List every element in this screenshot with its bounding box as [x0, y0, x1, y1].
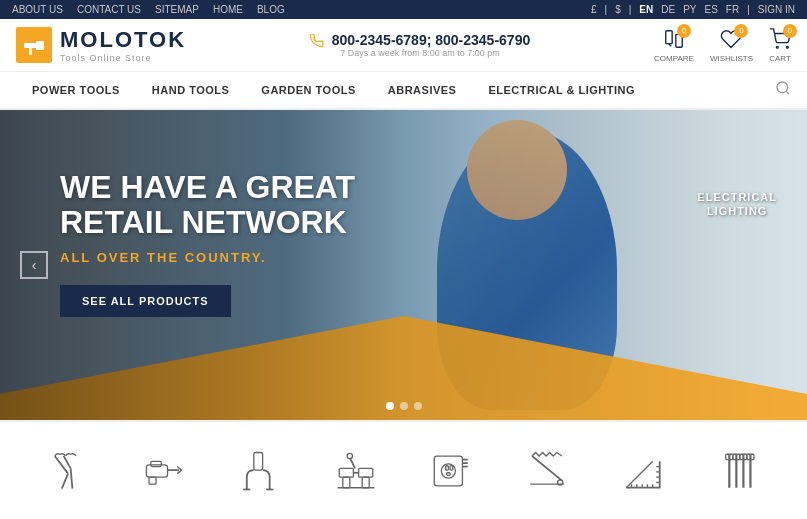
category-plumbing[interactable] — [212, 449, 308, 493]
nav-electrical[interactable]: ELECTRICAL & LIGHTING — [472, 72, 651, 108]
slider-dot-3[interactable] — [414, 402, 422, 410]
svg-rect-33 — [447, 473, 451, 476]
site-name: MOLOTOK — [60, 27, 186, 53]
contact-us-link[interactable]: CONTACT US — [77, 4, 141, 15]
hero-title: WE HAVE A GREAT RETAIL NETWORK — [60, 170, 355, 240]
svg-point-6 — [786, 46, 788, 48]
compare-label: COMPARE — [654, 54, 694, 63]
svg-rect-29 — [435, 456, 463, 486]
header-icons: 0 COMPARE 0 WISHLISTS 0 CART — [654, 28, 791, 63]
currency-dollar[interactable]: $ — [615, 4, 621, 15]
category-drill[interactable] — [116, 449, 212, 493]
hero-slider: WE HAVE A GREAT RETAIL NETWORK ALL OVER … — [0, 110, 807, 420]
svg-rect-13 — [151, 461, 162, 466]
lang-fr[interactable]: FR — [726, 4, 739, 15]
cart-label: CART — [769, 54, 791, 63]
svg-point-5 — [776, 46, 778, 48]
vise-icon — [334, 449, 378, 493]
svg-line-11 — [71, 468, 73, 488]
pipe-icon — [238, 449, 282, 493]
top-bar: ABOUT US CONTACT US SITEMAP HOME BLOG £ … — [0, 0, 807, 19]
see-all-products-button[interactable]: SEE ALL PRODUCTS — [60, 285, 231, 317]
lang-es[interactable]: ES — [704, 4, 717, 15]
hammer-logo-icon — [22, 33, 46, 57]
nav-items: POWER TOOLS HAND TOOLS GARDEN TOOLS ABRA… — [16, 72, 651, 108]
drill-icon — [142, 449, 186, 493]
phone-hours: 7 Days a week from 8:00 am to 7:00 pm — [310, 48, 530, 58]
site-tagline: Tools Online Store — [60, 53, 186, 63]
svg-line-37 — [532, 456, 562, 481]
main-navigation: POWER TOOLS HAND TOOLS GARDEN TOOLS ABRA… — [0, 72, 807, 110]
cart-badge: 0 — [783, 24, 797, 38]
svg-rect-24 — [342, 477, 349, 488]
svg-rect-25 — [362, 477, 369, 488]
slider-dot-2[interactable] — [400, 402, 408, 410]
svg-rect-0 — [24, 43, 38, 48]
square-ruler-icon — [621, 449, 665, 493]
svg-rect-2 — [29, 48, 32, 55]
category-cutting[interactable] — [499, 449, 595, 493]
category-text-line1: ELECTRICAL — [697, 190, 777, 204]
svg-line-9 — [64, 456, 71, 468]
category-electrical[interactable] — [404, 449, 500, 493]
svg-rect-32 — [451, 466, 454, 470]
blog-link[interactable]: BLOG — [257, 4, 285, 15]
logo-text: MOLOTOK Tools Online Store — [60, 27, 186, 63]
category-icons-row — [0, 420, 807, 519]
category-bench-tools[interactable] — [308, 449, 404, 493]
svg-rect-21 — [339, 468, 353, 477]
slider-prev-button[interactable]: ‹ — [20, 251, 48, 279]
top-bar-right: £ | $ | EN DE PY ES FR | SIGN IN — [591, 4, 795, 15]
svg-rect-31 — [446, 466, 449, 470]
phone-area: 800-2345-6789; 800-2345-6790 7 Days a we… — [310, 32, 530, 58]
hero-subtitle: ALL OVER THE COUNTRY. — [60, 250, 355, 265]
category-overlay: ELECTRICAL LightInG — [697, 190, 777, 219]
slider-dots — [386, 402, 422, 410]
home-link[interactable]: HOME — [213, 4, 243, 15]
compare-icon-item[interactable]: 0 COMPARE — [654, 28, 694, 63]
lang-py[interactable]: PY — [683, 4, 696, 15]
logo-area[interactable]: MOLOTOK Tools Online Store — [16, 27, 186, 63]
nav-hand-tools[interactable]: HAND TOOLS — [136, 72, 246, 108]
category-measuring[interactable] — [595, 449, 691, 493]
svg-rect-1 — [36, 41, 44, 50]
svg-rect-17 — [149, 477, 156, 484]
outlet-icon — [429, 449, 473, 493]
screwdriver-set-icon — [717, 449, 761, 493]
wishlist-icon-item[interactable]: 0 WISHLISTS — [710, 28, 753, 63]
lang-de[interactable]: DE — [661, 4, 675, 15]
svg-line-27 — [349, 458, 354, 469]
logo-icon — [16, 27, 52, 63]
slider-dot-1[interactable] — [386, 402, 394, 410]
top-bar-nav: ABOUT US CONTACT US SITEMAP HOME BLOG — [12, 4, 285, 15]
nav-abrasives[interactable]: ABRASIVES — [372, 72, 473, 108]
cart-icon-item[interactable]: 0 CART — [769, 28, 791, 63]
wishlist-badge: 0 — [734, 24, 748, 38]
category-screwdrivers[interactable] — [691, 449, 787, 493]
svg-rect-22 — [358, 468, 372, 477]
phone-number: 800-2345-6789; 800-2345-6790 — [310, 32, 530, 48]
category-hand-tools[interactable] — [20, 449, 116, 493]
svg-point-7 — [777, 82, 788, 93]
nav-power-tools[interactable]: POWER TOOLS — [16, 72, 136, 108]
lang-en[interactable]: EN — [639, 4, 653, 15]
svg-line-10 — [62, 474, 68, 489]
wishlist-label: WISHLISTS — [710, 54, 753, 63]
sitemap-link[interactable]: SITEMAP — [155, 4, 199, 15]
sign-in-link[interactable]: SIGN IN — [758, 4, 795, 15]
svg-rect-18 — [254, 453, 263, 471]
compare-badge: 0 — [677, 24, 691, 38]
search-button[interactable] — [775, 80, 791, 100]
category-text-line2: LightInG — [697, 204, 777, 218]
nav-garden-tools[interactable]: GARDEN TOOLS — [245, 72, 371, 108]
phone-icon — [310, 34, 324, 48]
currency-pound[interactable]: £ — [591, 4, 597, 15]
about-us-link[interactable]: ABOUT US — [12, 4, 63, 15]
svg-rect-3 — [666, 30, 672, 43]
hero-content: WE HAVE A GREAT RETAIL NETWORK ALL OVER … — [60, 170, 355, 317]
saw-icon — [525, 449, 569, 493]
pliers-icon — [46, 449, 90, 493]
search-icon — [775, 80, 791, 96]
site-header: MOLOTOK Tools Online Store 800-2345-6789… — [0, 19, 807, 72]
